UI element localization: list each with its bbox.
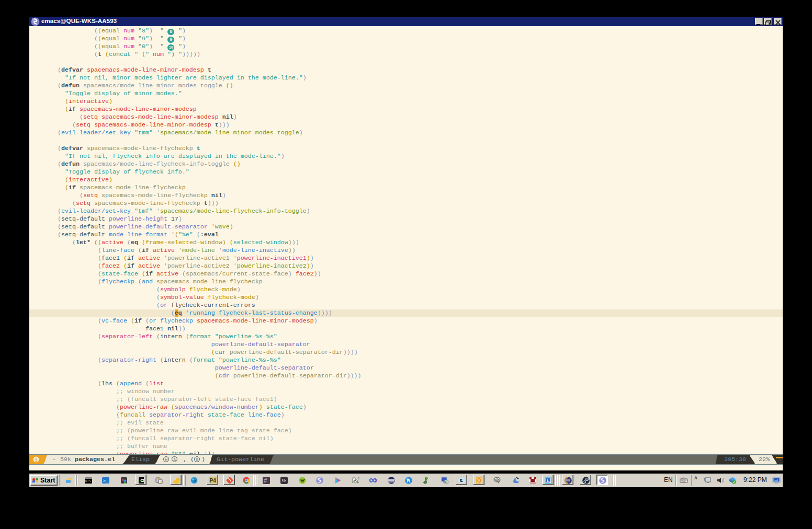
svg-text:L: L [547,478,550,483]
svg-text:>_: >_ [103,478,108,483]
svg-text:P4: P4 [210,478,217,484]
svg-text:O: O [477,478,481,484]
svg-text:#: # [264,478,267,484]
svg-text:R: R [407,478,411,484]
svg-text:C:\: C:\ [85,479,91,483]
